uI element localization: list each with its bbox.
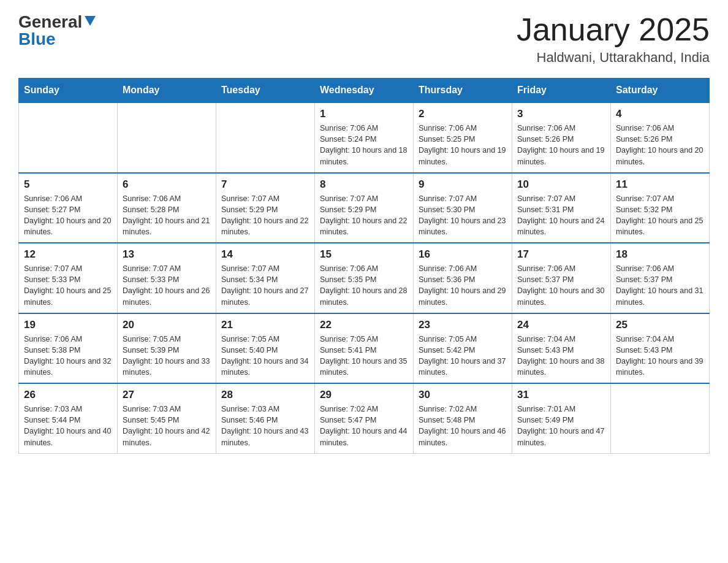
day-number: 13 bbox=[123, 248, 211, 261]
calendar-cell: 6Sunrise: 7:06 AM Sunset: 5:28 PM Daylig… bbox=[118, 173, 216, 243]
day-info: Sunrise: 7:03 AM Sunset: 5:46 PM Dayligh… bbox=[221, 404, 309, 448]
col-saturday: Saturday bbox=[611, 79, 710, 103]
day-info: Sunrise: 7:05 AM Sunset: 5:41 PM Dayligh… bbox=[320, 334, 408, 378]
day-number: 10 bbox=[517, 178, 605, 191]
day-info: Sunrise: 7:06 AM Sunset: 5:28 PM Dayligh… bbox=[123, 193, 211, 238]
day-number: 11 bbox=[616, 178, 704, 191]
day-info: Sunrise: 7:01 AM Sunset: 5:49 PM Dayligh… bbox=[517, 404, 605, 448]
logo: General Blue bbox=[18, 12, 96, 49]
month-title: January 2025 bbox=[517, 12, 710, 47]
day-number: 3 bbox=[517, 108, 605, 120]
calendar-cell: 27Sunrise: 7:03 AM Sunset: 5:45 PM Dayli… bbox=[118, 383, 216, 453]
col-wednesday: Wednesday bbox=[315, 79, 414, 103]
day-number: 28 bbox=[221, 389, 309, 401]
title-block: January 2025 Haldwani, Uttarakhand, Indi… bbox=[517, 12, 710, 66]
day-number: 8 bbox=[320, 178, 408, 191]
day-number: 7 bbox=[221, 178, 309, 191]
day-number: 22 bbox=[320, 319, 408, 331]
day-info: Sunrise: 7:06 AM Sunset: 5:26 PM Dayligh… bbox=[517, 123, 605, 167]
calendar-cell: 16Sunrise: 7:06 AM Sunset: 5:36 PM Dayli… bbox=[414, 243, 512, 313]
day-info: Sunrise: 7:06 AM Sunset: 5:24 PM Dayligh… bbox=[320, 123, 408, 167]
logo-blue-text: Blue bbox=[18, 29, 56, 49]
calendar-cell: 3Sunrise: 7:06 AM Sunset: 5:26 PM Daylig… bbox=[512, 102, 611, 173]
logo-arrow-icon bbox=[85, 16, 96, 29]
calendar-cell: 10Sunrise: 7:07 AM Sunset: 5:31 PM Dayli… bbox=[512, 173, 611, 243]
day-info: Sunrise: 7:07 AM Sunset: 5:32 PM Dayligh… bbox=[616, 193, 704, 238]
day-number: 12 bbox=[24, 248, 112, 261]
day-info: Sunrise: 7:06 AM Sunset: 5:36 PM Dayligh… bbox=[419, 263, 507, 308]
calendar-cell: 22Sunrise: 7:05 AM Sunset: 5:41 PM Dayli… bbox=[315, 313, 414, 384]
calendar-cell: 13Sunrise: 7:07 AM Sunset: 5:33 PM Dayli… bbox=[118, 243, 216, 313]
day-number: 30 bbox=[419, 389, 507, 401]
calendar-cell: 20Sunrise: 7:05 AM Sunset: 5:39 PM Dayli… bbox=[118, 313, 216, 384]
day-info: Sunrise: 7:07 AM Sunset: 5:34 PM Dayligh… bbox=[221, 263, 309, 308]
calendar-cell: 8Sunrise: 7:07 AM Sunset: 5:29 PM Daylig… bbox=[315, 173, 414, 243]
day-info: Sunrise: 7:04 AM Sunset: 5:43 PM Dayligh… bbox=[616, 334, 704, 378]
day-info: Sunrise: 7:02 AM Sunset: 5:48 PM Dayligh… bbox=[419, 404, 507, 448]
col-friday: Friday bbox=[512, 79, 611, 103]
week-row-4: 26Sunrise: 7:03 AM Sunset: 5:44 PM Dayli… bbox=[19, 383, 710, 453]
calendar-cell: 4Sunrise: 7:06 AM Sunset: 5:26 PM Daylig… bbox=[611, 102, 710, 173]
day-info: Sunrise: 7:04 AM Sunset: 5:43 PM Dayligh… bbox=[517, 334, 605, 378]
day-number: 1 bbox=[320, 108, 408, 120]
calendar-cell: 25Sunrise: 7:04 AM Sunset: 5:43 PM Dayli… bbox=[611, 313, 710, 384]
calendar-cell: 24Sunrise: 7:04 AM Sunset: 5:43 PM Dayli… bbox=[512, 313, 611, 384]
day-info: Sunrise: 7:05 AM Sunset: 5:39 PM Dayligh… bbox=[123, 334, 211, 378]
calendar-cell bbox=[118, 102, 216, 173]
calendar-cell: 12Sunrise: 7:07 AM Sunset: 5:33 PM Dayli… bbox=[19, 243, 118, 313]
day-info: Sunrise: 7:05 AM Sunset: 5:40 PM Dayligh… bbox=[221, 334, 309, 378]
day-number: 15 bbox=[320, 248, 408, 261]
day-info: Sunrise: 7:06 AM Sunset: 5:37 PM Dayligh… bbox=[616, 263, 704, 308]
calendar-cell: 15Sunrise: 7:06 AM Sunset: 5:35 PM Dayli… bbox=[315, 243, 414, 313]
day-number: 21 bbox=[221, 319, 309, 331]
day-info: Sunrise: 7:07 AM Sunset: 5:30 PM Dayligh… bbox=[419, 193, 507, 238]
week-row-1: 5Sunrise: 7:06 AM Sunset: 5:27 PM Daylig… bbox=[19, 173, 710, 243]
col-monday: Monday bbox=[118, 79, 216, 103]
day-number: 24 bbox=[517, 319, 605, 331]
day-number: 23 bbox=[419, 319, 507, 331]
day-number: 20 bbox=[123, 319, 211, 331]
calendar-cell bbox=[216, 102, 315, 173]
calendar-cell: 18Sunrise: 7:06 AM Sunset: 5:37 PM Dayli… bbox=[611, 243, 710, 313]
location-subtitle: Haldwani, Uttarakhand, India bbox=[517, 50, 710, 66]
calendar-cell bbox=[19, 102, 118, 173]
col-sunday: Sunday bbox=[19, 79, 118, 103]
col-thursday: Thursday bbox=[414, 79, 512, 103]
day-number: 25 bbox=[616, 319, 704, 331]
calendar-cell: 21Sunrise: 7:05 AM Sunset: 5:40 PM Dayli… bbox=[216, 313, 315, 384]
day-info: Sunrise: 7:07 AM Sunset: 5:33 PM Dayligh… bbox=[24, 263, 112, 308]
day-number: 6 bbox=[123, 178, 211, 191]
page-header: General Blue January 2025 Haldwani, Utta… bbox=[18, 12, 710, 66]
day-info: Sunrise: 7:06 AM Sunset: 5:38 PM Dayligh… bbox=[24, 334, 112, 378]
day-info: Sunrise: 7:07 AM Sunset: 5:29 PM Dayligh… bbox=[221, 193, 309, 238]
day-number: 17 bbox=[517, 248, 605, 261]
calendar-cell: 2Sunrise: 7:06 AM Sunset: 5:25 PM Daylig… bbox=[414, 102, 512, 173]
day-info: Sunrise: 7:07 AM Sunset: 5:33 PM Dayligh… bbox=[123, 263, 211, 308]
day-info: Sunrise: 7:06 AM Sunset: 5:37 PM Dayligh… bbox=[517, 263, 605, 308]
calendar-cell: 28Sunrise: 7:03 AM Sunset: 5:46 PM Dayli… bbox=[216, 383, 315, 453]
calendar-cell: 7Sunrise: 7:07 AM Sunset: 5:29 PM Daylig… bbox=[216, 173, 315, 243]
svg-marker-0 bbox=[85, 16, 96, 26]
day-info: Sunrise: 7:06 AM Sunset: 5:35 PM Dayligh… bbox=[320, 263, 408, 308]
calendar-cell: 1Sunrise: 7:06 AM Sunset: 5:24 PM Daylig… bbox=[315, 102, 414, 173]
day-number: 27 bbox=[123, 389, 211, 401]
day-number: 16 bbox=[419, 248, 507, 261]
calendar-cell: 23Sunrise: 7:05 AM Sunset: 5:42 PM Dayli… bbox=[414, 313, 512, 384]
day-info: Sunrise: 7:03 AM Sunset: 5:44 PM Dayligh… bbox=[24, 404, 112, 448]
calendar-cell: 17Sunrise: 7:06 AM Sunset: 5:37 PM Dayli… bbox=[512, 243, 611, 313]
calendar-cell: 26Sunrise: 7:03 AM Sunset: 5:44 PM Dayli… bbox=[19, 383, 118, 453]
col-tuesday: Tuesday bbox=[216, 79, 315, 103]
day-info: Sunrise: 7:06 AM Sunset: 5:25 PM Dayligh… bbox=[419, 123, 507, 167]
calendar-cell: 30Sunrise: 7:02 AM Sunset: 5:48 PM Dayli… bbox=[414, 383, 512, 453]
calendar-header-row: Sunday Monday Tuesday Wednesday Thursday… bbox=[19, 79, 710, 103]
calendar-cell: 14Sunrise: 7:07 AM Sunset: 5:34 PM Dayli… bbox=[216, 243, 315, 313]
calendar-table: Sunday Monday Tuesday Wednesday Thursday… bbox=[18, 78, 710, 454]
day-number: 26 bbox=[24, 389, 112, 401]
calendar-cell bbox=[611, 383, 710, 453]
day-number: 4 bbox=[616, 108, 704, 120]
day-number: 2 bbox=[419, 108, 507, 120]
calendar-cell: 29Sunrise: 7:02 AM Sunset: 5:47 PM Dayli… bbox=[315, 383, 414, 453]
day-info: Sunrise: 7:07 AM Sunset: 5:31 PM Dayligh… bbox=[517, 193, 605, 238]
day-info: Sunrise: 7:02 AM Sunset: 5:47 PM Dayligh… bbox=[320, 404, 408, 448]
week-row-2: 12Sunrise: 7:07 AM Sunset: 5:33 PM Dayli… bbox=[19, 243, 710, 313]
